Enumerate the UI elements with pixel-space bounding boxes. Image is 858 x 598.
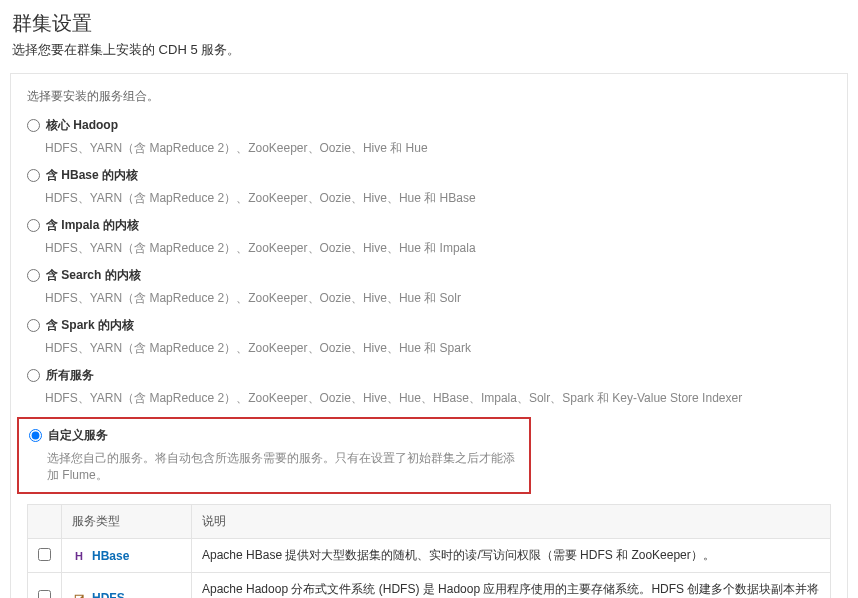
table-row: HHBaseApache HBase 提供对大型数据集的随机、实时的读/写访问权… (28, 539, 831, 573)
option-radio-with-search[interactable] (27, 269, 40, 282)
service-table: 服务类型 说明 HHBaseApache HBase 提供对大型数据集的随机、实… (27, 504, 831, 598)
option-radio-with-spark[interactable] (27, 319, 40, 332)
option-desc: HDFS、YARN（含 MapReduce 2）、ZooKeeper、Oozie… (45, 390, 831, 407)
option-row-with-spark[interactable]: 含 Spark 的内核 (27, 317, 831, 334)
service-link-hbase[interactable]: HHBase (72, 549, 129, 563)
option-all-services: 所有服务HDFS、YARN（含 MapReduce 2）、ZooKeeper、O… (27, 367, 831, 407)
service-checkbox-hdfs[interactable] (38, 590, 51, 598)
option-title: 含 HBase 的内核 (46, 167, 138, 184)
table-row: ◪HDFSApache Hadoop 分布式文件系统 (HDFS) 是 Hado… (28, 573, 831, 599)
service-desc: Apache Hadoop 分布式文件系统 (HDFS) 是 Hadoop 应用… (192, 573, 831, 599)
option-desc: HDFS、YARN（含 MapReduce 2）、ZooKeeper、Oozie… (45, 290, 831, 307)
option-row-core-hadoop[interactable]: 核心 Hadoop (27, 117, 831, 134)
hdfs-icon: ◪ (72, 591, 86, 598)
option-with-impala: 含 Impala 的内核HDFS、YARN（含 MapReduce 2）、Zoo… (27, 217, 831, 257)
option-radio-with-hbase[interactable] (27, 169, 40, 182)
option-row-with-impala[interactable]: 含 Impala 的内核 (27, 217, 831, 234)
option-desc: 选择您自己的服务。将自动包含所选服务需要的服务。只有在设置了初始群集之后才能添加… (47, 450, 519, 484)
row-name-cell: HHBase (62, 539, 192, 573)
option-title: 核心 Hadoop (46, 117, 118, 134)
option-row-all-services[interactable]: 所有服务 (27, 367, 831, 384)
option-desc: HDFS、YARN（含 MapReduce 2）、ZooKeeper、Oozie… (45, 240, 831, 257)
option-desc: HDFS、YARN（含 MapReduce 2）、ZooKeeper、Oozie… (45, 340, 831, 357)
table-header-desc: 说明 (192, 505, 831, 539)
service-desc: Apache HBase 提供对大型数据集的随机、实时的读/写访问权限（需要 H… (192, 539, 831, 573)
option-desc: HDFS、YARN（含 MapReduce 2）、ZooKeeper、Oozie… (45, 190, 831, 207)
option-custom: 自定义服务选择您自己的服务。将自动包含所选服务需要的服务。只有在设置了初始群集之… (17, 417, 531, 494)
page-subtitle: 选择您要在群集上安装的 CDH 5 服务。 (12, 41, 848, 59)
option-with-spark: 含 Spark 的内核HDFS、YARN（含 MapReduce 2）、ZooK… (27, 317, 831, 357)
table-header-check (28, 505, 62, 539)
option-title: 含 Search 的内核 (46, 267, 141, 284)
main-panel: 选择要安装的服务组合。 核心 HadoopHDFS、YARN（含 MapRedu… (10, 73, 848, 598)
option-row-with-search[interactable]: 含 Search 的内核 (27, 267, 831, 284)
hbase-icon: H (72, 549, 86, 563)
panel-hint: 选择要安装的服务组合。 (27, 88, 831, 105)
option-radio-core-hadoop[interactable] (27, 119, 40, 132)
option-radio-with-impala[interactable] (27, 219, 40, 232)
option-title: 所有服务 (46, 367, 94, 384)
option-with-hbase: 含 HBase 的内核HDFS、YARN（含 MapReduce 2）、ZooK… (27, 167, 831, 207)
options-list: 核心 HadoopHDFS、YARN（含 MapReduce 2）、ZooKee… (27, 117, 831, 494)
option-radio-custom[interactable] (29, 429, 42, 442)
option-radio-all-services[interactable] (27, 369, 40, 382)
service-link-hdfs[interactable]: ◪HDFS (72, 591, 125, 598)
option-title: 含 Impala 的内核 (46, 217, 139, 234)
row-check-cell (28, 539, 62, 573)
row-check-cell (28, 573, 62, 599)
table-header-type: 服务类型 (62, 505, 192, 539)
service-name-label: HBase (92, 549, 129, 563)
option-core-hadoop: 核心 HadoopHDFS、YARN（含 MapReduce 2）、ZooKee… (27, 117, 831, 157)
option-desc: HDFS、YARN（含 MapReduce 2）、ZooKeeper、Oozie… (45, 140, 831, 157)
option-with-search: 含 Search 的内核HDFS、YARN（含 MapReduce 2）、Zoo… (27, 267, 831, 307)
option-title: 自定义服务 (48, 427, 108, 444)
service-name-label: HDFS (92, 591, 125, 598)
option-row-custom[interactable]: 自定义服务 (29, 427, 519, 444)
service-checkbox-hbase[interactable] (38, 548, 51, 561)
option-title: 含 Spark 的内核 (46, 317, 134, 334)
row-name-cell: ◪HDFS (62, 573, 192, 599)
page-title: 群集设置 (12, 10, 848, 37)
option-row-with-hbase[interactable]: 含 HBase 的内核 (27, 167, 831, 184)
